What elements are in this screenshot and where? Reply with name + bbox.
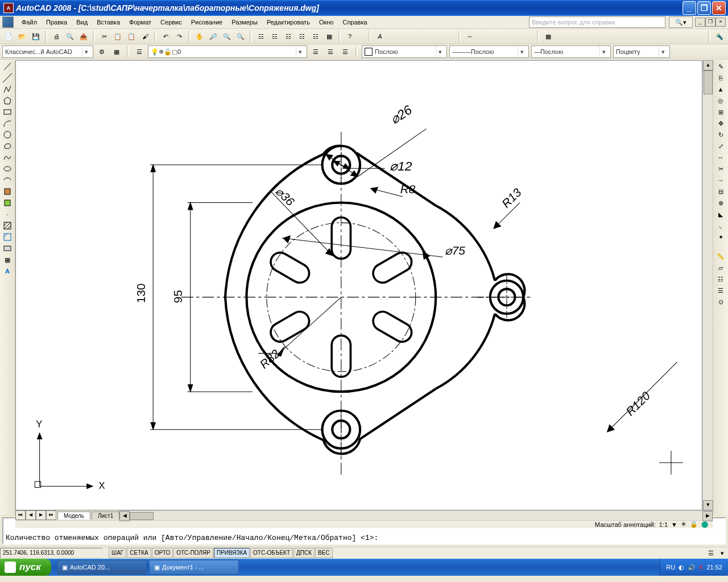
preview-button[interactable]: 🔍 [64, 30, 76, 43]
mirror-tool[interactable]: ▲ [715, 84, 726, 94]
layer-prev-button[interactable]: ☰ [309, 45, 322, 58]
close-button[interactable]: ✕ [712, 1, 726, 15]
plotcolor-combo[interactable]: Поцвету▾ [613, 45, 670, 58]
dist-tool[interactable]: 📏 [715, 251, 726, 261]
layer-props-button[interactable]: ☰ [133, 45, 146, 58]
hatch-tool[interactable] [2, 221, 13, 231]
tab-last-button[interactable]: ⏭ [46, 510, 56, 520]
circle-tool[interactable] [2, 130, 13, 140]
new-button[interactable]: 📄 [2, 30, 15, 43]
maximize-button[interactable]: ❐ [697, 1, 711, 15]
vertical-scrollbar[interactable]: ▲ ▼ [702, 60, 713, 510]
zoom-prev-button[interactable]: 🔍 [234, 30, 247, 43]
ellipse-tool[interactable] [2, 164, 13, 174]
horizontal-scrollbar[interactable]: ◀ ▶ [119, 510, 713, 520]
menu-format[interactable]: Формат [125, 17, 156, 27]
region-tool[interactable] [2, 243, 13, 253]
mdi-close-button[interactable]: × [715, 18, 726, 27]
tray-icon-1[interactable]: ◐ [679, 564, 684, 571]
mdi-minimize-button[interactable]: _ [695, 18, 705, 27]
erase-tool[interactable]: ✎ [715, 61, 726, 72]
tray-lang[interactable]: RU [666, 564, 675, 571]
tray-icon-3[interactable]: K [699, 564, 703, 571]
task-word[interactable]: ▣Документ1 - ... [149, 560, 239, 575]
workspace-combo[interactable]: Классичес...й AutoCAD▾ [2, 45, 93, 58]
offset-tool[interactable]: ◎ [715, 95, 726, 106]
menu-insert[interactable]: Вставка [92, 17, 125, 27]
move-tool[interactable]: ✥ [715, 118, 726, 128]
tab-first-button[interactable]: ⏮ [15, 510, 26, 520]
stretch-tool[interactable]: ↔ [715, 152, 726, 163]
insert-block-tool[interactable] [2, 186, 13, 197]
menu-dimension[interactable]: Размеры [227, 17, 262, 27]
tool-palettes-button[interactable]: ☷ [282, 30, 295, 43]
status-отс-объект[interactable]: ОТС-ОБЪЕКТ [250, 548, 293, 558]
polyline-tool[interactable] [2, 84, 13, 94]
make-block-tool[interactable] [2, 198, 13, 208]
layer-iso-button[interactable]: ☰ [339, 45, 351, 58]
undo-button[interactable]: ↶ [159, 30, 172, 43]
fillet-tool[interactable]: ◟ [715, 221, 726, 231]
status-привязка[interactable]: ПРИВЯЗКА [214, 548, 250, 558]
zoom-window-button[interactable]: 🔍 [221, 30, 233, 43]
tab-model[interactable]: Модель [57, 512, 90, 519]
anno-auto-icon[interactable]: ⬤ [701, 521, 708, 528]
text-style-button[interactable]: A [374, 30, 386, 43]
mdi-restore-button[interactable]: ❐ [705, 18, 715, 27]
cut-button[interactable]: ✂ [98, 30, 110, 43]
menu-file[interactable]: Файл [17, 17, 42, 27]
tab-sheet1[interactable]: Лист1 [92, 512, 119, 519]
menu-modify[interactable]: Редактировать [262, 17, 315, 27]
rectangle-tool[interactable] [2, 107, 13, 117]
region-props-tool[interactable]: ☷ [715, 274, 726, 284]
area-tool[interactable]: ▱ [715, 263, 726, 273]
tab-next-button[interactable]: ▶ [36, 510, 46, 520]
join-tool[interactable]: ⊕ [715, 198, 726, 208]
pan-button[interactable]: ✋ [193, 30, 206, 43]
menu-edit[interactable]: Правка [42, 17, 72, 27]
status-tray-icon[interactable]: ☰ [705, 548, 717, 558]
workspace-lock-button[interactable]: ▦ [110, 45, 123, 58]
drawing-canvas[interactable]: X Y [15, 60, 702, 510]
point-tool[interactable]: · [2, 209, 13, 219]
menu-help[interactable]: Справка [338, 17, 371, 27]
polygon-tool[interactable] [2, 95, 13, 106]
help-search-input[interactable]: Введите вопрос для справки [529, 16, 665, 28]
linetype-combo[interactable]: ——— Послою▾ [449, 45, 529, 58]
trim-tool[interactable]: ✂ [715, 164, 726, 174]
plot-button[interactable]: 🖨 [50, 30, 63, 43]
menu-tools[interactable]: Сервис [156, 17, 187, 27]
workspace-settings-button[interactable]: ⚙ [96, 45, 108, 58]
gradient-tool[interactable] [2, 232, 13, 242]
publish-button[interactable]: 📤 [77, 30, 90, 43]
status-шаг[interactable]: ШАГ [109, 548, 126, 558]
id-tool[interactable]: ⊙ [715, 297, 726, 307]
table-style-button[interactable]: ▦ [542, 30, 555, 43]
spline-tool[interactable] [2, 152, 13, 163]
lineweight-combo[interactable]: — Послою▾ [531, 45, 611, 58]
copy-tool[interactable]: ⎘ [715, 73, 726, 83]
status-дпск[interactable]: ДПСК [293, 548, 315, 558]
status-орто[interactable]: ОРТО [152, 548, 173, 558]
explode-tool[interactable]: ✦ [715, 232, 726, 242]
sheet-set-button[interactable]: ☷ [296, 30, 308, 43]
app-logo-icon[interactable] [2, 16, 14, 28]
status-вес[interactable]: ВЕС [315, 548, 333, 558]
layer-combo[interactable]: 💡❄🔓▢ 0▾ [148, 45, 307, 58]
tab-prev-button[interactable]: ◀ [26, 510, 36, 520]
menu-window[interactable]: Окно [315, 17, 338, 27]
start-button[interactable]: ⊞ пуск [0, 559, 51, 576]
properties-button[interactable]: ☷ [255, 30, 267, 43]
anno-vis-icon[interactable]: ☀ [681, 521, 686, 528]
system-tray[interactable]: RU ◐ 🔊 K 21:52 [660, 559, 728, 576]
menu-draw[interactable]: Рисование [187, 17, 227, 27]
revcloud-tool[interactable] [2, 141, 13, 151]
status-сетка[interactable]: СЕТКА [127, 548, 151, 558]
xline-tool[interactable] [2, 73, 13, 83]
arc-tool[interactable] [2, 118, 13, 128]
help-search-button[interactable]: 🔍▾ [669, 16, 693, 28]
table-tool[interactable]: ▦ [2, 255, 13, 265]
tray-icon-2[interactable]: 🔊 [688, 564, 696, 571]
calc-button[interactable]: ▦ [323, 30, 336, 43]
scale-tool[interactable]: ⤢ [715, 141, 726, 151]
